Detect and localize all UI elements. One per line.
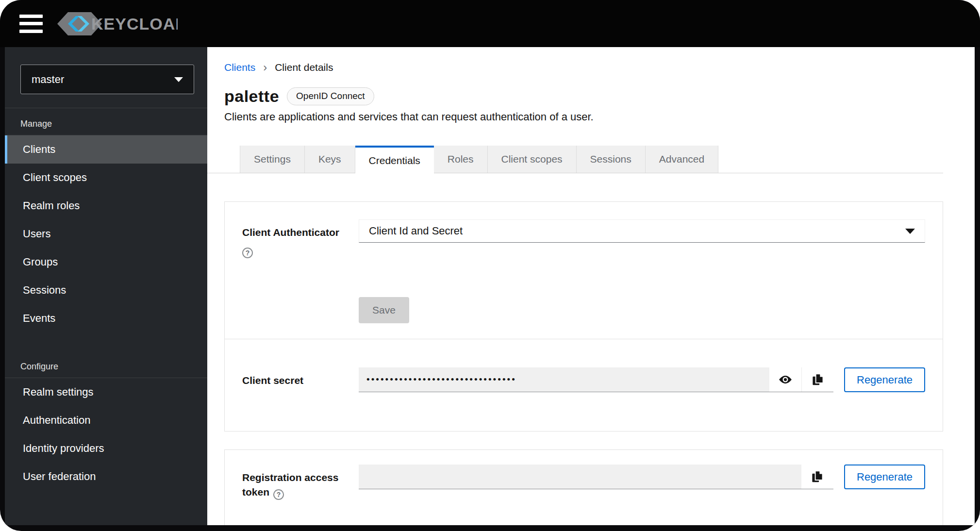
- sidebar-item-client-scopes[interactable]: Client scopes: [5, 164, 207, 192]
- tab-bar: Settings Keys Credentials Roles Client s…: [240, 146, 943, 173]
- client-secret-section: Client secret ••••••••••••••••••••••••••…: [225, 339, 943, 431]
- client-secret-label: Client secret: [242, 373, 359, 388]
- regenerate-secret-button[interactable]: Regenerate: [844, 367, 925, 392]
- breadcrumb-clients-link[interactable]: Clients: [224, 62, 255, 73]
- page-title: palette: [224, 87, 279, 106]
- sidebar-item-groups[interactable]: Groups: [5, 248, 207, 276]
- client-authenticator-select[interactable]: Client Id and Secret: [359, 219, 925, 243]
- credentials-card: Client Authenticator ? Client Id and Sec…: [224, 201, 943, 431]
- sidebar-item-authentication[interactable]: Authentication: [5, 406, 207, 434]
- nav-section-manage: Manage: [5, 108, 207, 135]
- nav-section-configure: Configure: [5, 351, 207, 378]
- breadcrumb-current: Client details: [275, 62, 333, 73]
- app-window: KEYCLOAK master Manage Clients Client sc…: [0, 0, 980, 531]
- tab-advanced[interactable]: Advanced: [646, 146, 718, 173]
- sidebar-item-users[interactable]: Users: [5, 220, 207, 248]
- copy-secret-button[interactable]: [801, 367, 833, 392]
- hamburger-menu-icon[interactable]: [19, 15, 43, 33]
- keycloak-logo: KEYCLOAK: [56, 9, 178, 38]
- main-content: Clients › Client details palette OpenID …: [207, 47, 975, 525]
- protocol-badge: OpenID Connect: [287, 87, 374, 105]
- realm-selector[interactable]: master: [20, 65, 194, 94]
- top-bar: KEYCLOAK: [0, 0, 980, 47]
- caret-down-icon: [174, 77, 183, 82]
- realm-name: master: [32, 73, 64, 86]
- help-icon[interactable]: ?: [273, 489, 284, 500]
- client-authenticator-section: Client Authenticator ? Client Id and Sec…: [225, 202, 943, 339]
- registration-token-card: Registration access token? Regenerate: [224, 449, 943, 525]
- sidebar-item-clients[interactable]: Clients: [5, 135, 207, 164]
- sidebar-item-user-federation[interactable]: User federation: [5, 463, 207, 491]
- sidebar-item-events[interactable]: Events: [5, 304, 207, 332]
- tab-sessions[interactable]: Sessions: [577, 146, 646, 173]
- registration-token-input-group: [359, 465, 833, 489]
- tab-settings[interactable]: Settings: [240, 146, 305, 173]
- copy-icon: [811, 372, 825, 387]
- registration-token-label: Registration access token?: [242, 470, 359, 500]
- caret-down-icon: [905, 229, 915, 234]
- tab-keys[interactable]: Keys: [305, 146, 355, 173]
- help-icon[interactable]: ?: [242, 248, 253, 258]
- client-secret-input-group: ••••••••••••••••••••••••••••••••: [359, 367, 833, 392]
- tab-roles[interactable]: Roles: [434, 146, 488, 173]
- sidebar-item-realm-roles[interactable]: Realm roles: [5, 192, 207, 220]
- show-secret-button[interactable]: [769, 367, 801, 392]
- tab-credentials[interactable]: Credentials: [355, 146, 434, 173]
- breadcrumb: Clients › Client details: [224, 62, 943, 73]
- copy-token-button[interactable]: [801, 465, 833, 489]
- page-description: Clients are applications and services th…: [224, 111, 943, 123]
- registration-token-input[interactable]: [359, 465, 801, 489]
- copy-icon: [810, 469, 825, 484]
- client-authenticator-label: Client Authenticator: [242, 225, 359, 240]
- sidebar-item-sessions[interactable]: Sessions: [5, 276, 207, 304]
- client-secret-input[interactable]: ••••••••••••••••••••••••••••••••: [359, 367, 769, 392]
- save-button[interactable]: Save: [359, 297, 409, 323]
- tab-client-scopes[interactable]: Client scopes: [488, 146, 577, 173]
- eye-icon: [778, 372, 793, 387]
- sidebar-item-identity-providers[interactable]: Identity providers: [5, 434, 207, 463]
- sidebar-item-realm-settings[interactable]: Realm settings: [5, 378, 207, 406]
- brand-text: KEYCLOAK: [91, 15, 178, 33]
- regenerate-token-button[interactable]: Regenerate: [844, 465, 925, 489]
- breadcrumb-separator: ›: [263, 63, 267, 72]
- sidebar: master Manage Clients Client scopes Real…: [5, 47, 207, 525]
- client-authenticator-value: Client Id and Secret: [369, 225, 463, 237]
